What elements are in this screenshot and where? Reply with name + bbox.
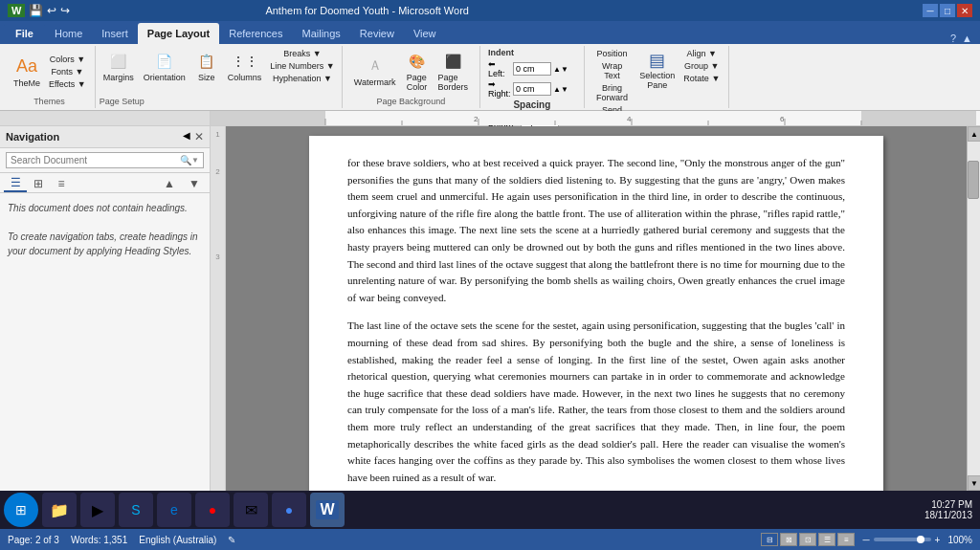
tab-mailings[interactable]: Mailings <box>292 23 349 44</box>
tab-references[interactable]: References <box>219 23 292 44</box>
ribbon-group-page-setup: ⬜ Margins 📄 Orientation 📋 Size ⋮⋮ Column… <box>96 46 343 108</box>
status-words[interactable]: Words: 1,351 <box>71 535 127 545</box>
page-bg-label: Page Background <box>377 95 446 106</box>
indent-right-input[interactable] <box>513 82 551 96</box>
effects-button[interactable]: Effects ▼ <box>46 78 89 90</box>
watermark-label: Watermark <box>354 77 396 87</box>
quick-redo[interactable]: ↪ <box>60 4 70 17</box>
indent-left-label: ⬅ Left: <box>488 59 511 78</box>
view-outline[interactable]: ☰ <box>818 533 835 546</box>
tab-home[interactable]: Home <box>45 23 92 44</box>
view-draft[interactable]: ≡ <box>837 533 855 546</box>
page-borders-button[interactable]: ⬛ PageBorders <box>434 48 472 94</box>
taskbar-skype[interactable]: S <box>119 493 153 527</box>
taskbar-word[interactable]: W <box>310 493 345 527</box>
breaks-button[interactable]: Breaks ▼ <box>267 48 337 59</box>
indent-right-row: ➡ Right: ▲▼ <box>488 79 576 99</box>
help-icon[interactable]: ? <box>950 33 956 44</box>
zoom-track[interactable] <box>874 538 931 541</box>
zoom-in-button[interactable]: + <box>935 535 941 545</box>
group-button[interactable]: Group ▼ <box>680 60 723 72</box>
zoom-out-button[interactable]: ─ <box>862 535 869 545</box>
zoom-level[interactable]: 100% <box>947 535 972 545</box>
themes-button[interactable]: Aa TheMe <box>10 54 44 90</box>
nav-search-input[interactable] <box>11 155 180 165</box>
tab-review[interactable]: Review <box>350 23 404 44</box>
colors-button[interactable]: Colors ▼ <box>46 54 89 65</box>
document-page: for these brave soldiers, who at best re… <box>309 136 883 491</box>
size-button[interactable]: 📋 Size <box>191 48 222 84</box>
page-color-button[interactable]: 🎨 PageColor <box>401 48 432 94</box>
taskbar-media[interactable]: ▶ <box>80 493 115 527</box>
ruler-corner <box>0 111 211 125</box>
start-button[interactable]: ⊞ <box>4 493 38 527</box>
rotate-button[interactable]: Rotate ▼ <box>680 73 723 84</box>
indent-right-spinner[interactable]: ▲▼ <box>553 85 568 94</box>
watermark-button[interactable]: Ａ Watermark <box>350 53 400 89</box>
margins-label: Margins <box>103 73 134 82</box>
nav-down-button[interactable]: ▼ <box>183 175 206 192</box>
scroll-thumb[interactable] <box>968 161 979 199</box>
tab-file[interactable]: File <box>4 23 45 44</box>
svg-rect-2 <box>861 111 976 125</box>
bring-forward-button[interactable]: BringForward <box>590 82 635 103</box>
selection-pane-button[interactable]: ▤ SelectionPane <box>635 48 679 92</box>
indent-section: Indent ⬅ Left: ▲▼ ➡ Right: ▲▼ <box>488 48 576 99</box>
nav-expand-icon[interactable]: ◀ <box>183 130 190 143</box>
word-icon: W <box>316 500 338 519</box>
ribbon-minimize-icon[interactable]: ▲ <box>962 33 972 44</box>
browser-icon: e <box>170 502 178 517</box>
scroll-up-button[interactable]: ▲ <box>968 126 980 142</box>
media-icon: ▶ <box>92 501 103 519</box>
indent-right-label: ➡ Right: <box>488 79 511 99</box>
nav-tab-results[interactable]: ≡ <box>50 175 73 192</box>
hyphenation-button[interactable]: Hyphenation ▼ <box>267 73 337 84</box>
minimize-button[interactable]: ─ <box>923 4 938 17</box>
size-label: Size <box>198 73 215 82</box>
align-button[interactable]: Align ▼ <box>680 48 723 59</box>
quick-save[interactable]: 💾 <box>29 4 43 17</box>
indent-left-input[interactable] <box>513 62 551 76</box>
scroll-track[interactable] <box>968 142 980 475</box>
nav-panel-title: Navigation <box>6 131 59 143</box>
columns-button[interactable]: ⋮⋮ Columns <box>224 48 266 84</box>
page-setup-label: Page Setup <box>100 95 338 106</box>
page-num-1: 1 <box>215 130 219 139</box>
tab-insert[interactable]: Insert <box>92 23 138 44</box>
doc-paragraph-1: for these brave soldiers, who at best re… <box>347 155 845 306</box>
tab-view[interactable]: View <box>404 23 446 44</box>
wrap-text-button[interactable]: WrapText <box>590 60 635 81</box>
restore-button[interactable]: □ <box>940 4 955 17</box>
document-area[interactable]: for these brave soldiers, who at best re… <box>226 126 967 491</box>
orientation-button[interactable]: 📄 Orientation <box>140 48 189 84</box>
track-changes-icon[interactable]: ✎ <box>228 535 235 545</box>
taskbar-explorer[interactable]: 📁 <box>42 493 77 527</box>
taskbar-browser[interactable]: e <box>157 493 191 527</box>
line-numbers-button[interactable]: Line Numbers ▼ <box>267 60 337 72</box>
taskbar-red[interactable]: ● <box>195 493 230 527</box>
page-setup-row1: ⬜ Margins 📄 Orientation 📋 Size ⋮⋮ Column… <box>100 48 338 84</box>
close-button[interactable]: ✕ <box>957 4 972 17</box>
nav-tab-pages[interactable]: ⊞ <box>27 175 50 192</box>
position-button[interactable]: Position <box>590 48 635 59</box>
page-borders-icon: ⬛ <box>441 50 464 73</box>
title-bar: W 💾 ↩ ↪ Anthem for Doomed Youth - Micros… <box>0 0 980 21</box>
fonts-button[interactable]: Fonts ▼ <box>46 66 89 77</box>
nav-close-icon[interactable]: ✕ <box>194 130 204 143</box>
vertical-scrollbar[interactable]: ▲ ▼ <box>967 126 980 491</box>
view-full-screen[interactable]: ⊠ <box>780 533 797 546</box>
view-web-layout[interactable]: ⊡ <box>799 533 816 546</box>
nav-search-dropdown[interactable]: ▼ <box>191 156 199 165</box>
quick-undo[interactable]: ↩ <box>47 4 56 17</box>
view-print-layout[interactable]: ⊟ <box>761 533 778 546</box>
tab-page-layout[interactable]: Page Layout <box>138 23 219 44</box>
nav-tab-headings[interactable]: ☰ <box>4 175 27 192</box>
margins-button[interactable]: ⬜ Margins <box>100 48 138 84</box>
indent-left-spinner[interactable]: ▲▼ <box>553 65 568 74</box>
scroll-down-button[interactable]: ▼ <box>968 475 980 491</box>
status-page[interactable]: Page: 2 of 3 <box>8 535 59 545</box>
columns-icon: ⋮⋮ <box>234 50 256 73</box>
taskbar-email[interactable]: ✉ <box>234 493 268 527</box>
taskbar-chrome[interactable]: ● <box>272 493 306 527</box>
nav-up-button[interactable]: ▲ <box>158 175 181 192</box>
